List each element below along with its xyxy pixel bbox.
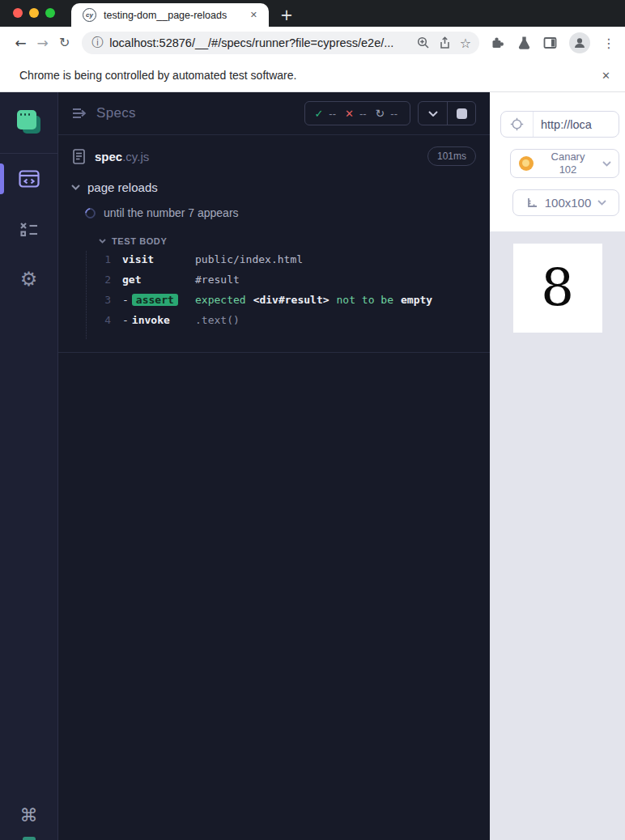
assert-badge: assert [132,294,178,306]
tab-strip: cy testing-dom__page-reloads ✕ + [0,0,625,27]
command-message: .text() [195,314,240,326]
spec-file-row[interactable]: spec.cy.js 101ms [58,135,490,176]
browser-toolbar: ← → ↻ ⓘ localhost:52876/__/#/specs/runne… [0,27,625,59]
passed-count: -- [329,108,336,120]
ruler-icon [525,197,538,210]
close-window-button[interactable] [13,8,23,18]
active-indicator [0,163,4,194]
address-bar[interactable]: ⓘ localhost:52876/__/#/specs/runner?file… [82,32,479,54]
command-name: get [122,274,195,286]
command-number: 1 [87,253,111,265]
sidebar-item-settings[interactable]: ⚙ [0,254,58,304]
test-running-spinner-icon [83,206,97,220]
tab-close-icon[interactable]: ✕ [247,8,261,22]
command-name: visit [122,253,195,265]
specs-title: Specs [96,105,136,121]
command-name: -invoke [122,314,195,326]
share-icon[interactable] [439,36,451,49]
chevron-down-icon [597,200,606,206]
browser-name: Canary [551,151,585,163]
restarted-count: -- [390,108,398,120]
aut-panel: http://loca Canary102 100x100 [490,92,625,840]
command-number: 3 [87,294,111,306]
aut-iframe: 8 [513,244,602,333]
chevron-down-icon [99,239,106,244]
chevron-down-icon [71,185,80,190]
run-stats: ✓ -- ✕ -- ↻ -- [304,101,410,125]
command-name-text: invoke [132,314,170,326]
chevron-down-icon [602,161,611,167]
reload-icon[interactable]: ↻ [53,36,75,49]
stop-run-button[interactable] [447,102,475,125]
code-window-icon [19,170,40,188]
failed-count: -- [359,108,367,120]
test-row[interactable]: until the number 7 appears [58,199,490,227]
side-panel-icon[interactable] [543,36,557,49]
forward-icon[interactable]: → [32,36,53,50]
sidebar-item-runs[interactable] [0,204,58,254]
infobar-close-icon[interactable]: ✕ [602,70,610,82]
gear-icon: ⚙ [20,269,38,289]
aut-url-bar[interactable]: http://loca [500,111,619,138]
minimize-window-button[interactable] [29,8,39,18]
command-row-visit[interactable]: 1 visit public/index.html [87,253,490,274]
browser-version: 102 [559,163,577,176]
runs-list-icon [19,221,39,238]
infobar-message: Chrome is being controlled by automated … [19,69,602,82]
browser-tab[interactable]: cy testing-dom__page-reloads ✕ [71,3,269,27]
command-row-assert[interactable]: 3 -assert expected<div#result>not to bee… [87,294,490,314]
bookmark-star-icon[interactable]: ☆ [460,36,471,51]
automation-infobar: Chrome is being controlled by automated … [0,59,625,92]
command-message: #result [195,274,240,286]
assert-subject-text: <div#result> [253,294,330,306]
failed-cross-icon: ✕ [345,108,354,120]
profile-avatar[interactable] [569,32,590,53]
zoom-in-icon[interactable] [417,36,430,49]
spec-file-icon [73,149,85,164]
run-controls [418,101,476,125]
command-dash: - [122,294,129,306]
expand-specs-icon[interactable] [71,107,88,120]
spec-file-name: spec.cy.js [95,150,149,163]
stop-icon [457,108,467,119]
restart-icon: ↻ [376,107,385,120]
toolbar-right: ⋮ [491,32,615,53]
keyboard-shortcuts-button[interactable]: ⌘ [20,805,38,825]
spec-base-name: spec [95,150,122,163]
chrome-canary-icon [519,156,534,171]
assert-middle-text: not to be [337,294,393,306]
command-row-invoke[interactable]: 4 -invoke .text() [87,314,490,334]
selector-playground-icon[interactable] [501,112,534,137]
new-tab-button[interactable]: + [280,7,293,23]
command-row-get[interactable]: 2 get #result [87,274,490,294]
command-name: -assert [122,294,195,306]
extensions-puzzle-icon[interactable] [491,36,505,50]
browser-selector[interactable]: Canary102 [510,149,619,178]
test-body-label: TEST BODY [112,236,167,246]
cypress-logo[interactable] [0,92,57,154]
collapse-all-button[interactable] [419,102,447,125]
cypress-logo-icon [16,109,42,135]
chrome-menu-icon[interactable]: ⋮ [602,36,615,51]
command-log: 1 visit public/index.html 2 get #result … [86,251,490,339]
command-message: public/index.html [195,253,303,265]
back-icon[interactable]: ← [10,36,32,50]
command-number: 2 [87,274,111,286]
reporter-header: Specs ✓ -- ✕ -- ↻ -- [58,92,490,135]
cypress-favicon-icon: cy [83,8,96,22]
aut-header: http://loca Canary102 100x100 [490,92,625,231]
site-info-icon[interactable]: ⓘ [91,36,103,50]
viewport-selector[interactable]: 100x100 [512,189,619,216]
command-message: expected<div#result>not to beempty [195,294,440,306]
assert-state-text: empty [401,294,432,306]
suite-row[interactable]: page reloads [58,176,490,199]
command-dash: - [122,314,129,326]
sidebar-item-specs[interactable] [0,154,58,204]
assert-expected-text: expected [195,294,246,306]
test-body-toggle[interactable]: TEST BODY [58,227,490,251]
browser-label: Canary102 [534,151,602,176]
maximize-window-button[interactable] [45,8,55,18]
flask-icon[interactable] [517,36,531,50]
spec-extension: .cy.js [122,150,149,163]
bottom-partial-icon [23,837,36,840]
